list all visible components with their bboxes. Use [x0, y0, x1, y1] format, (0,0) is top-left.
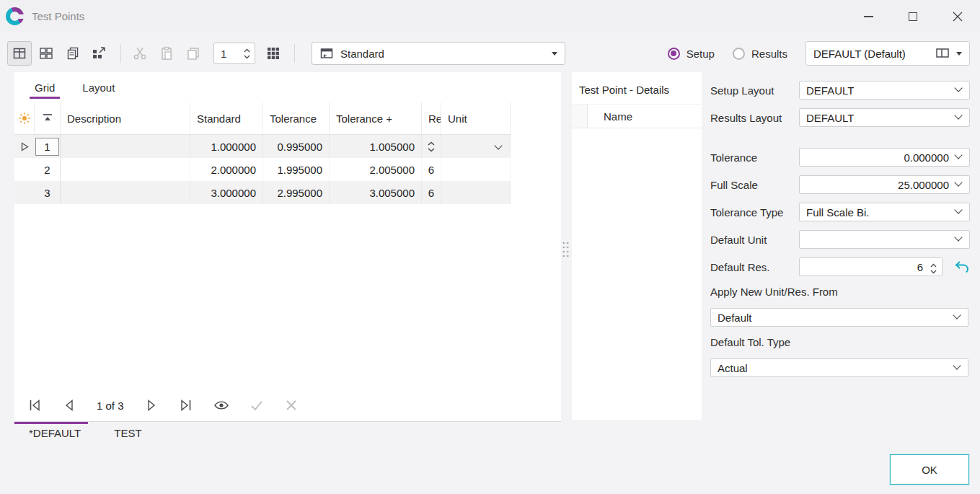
split-view-icon: [39, 46, 53, 61]
first-record-button[interactable]: [27, 398, 42, 413]
cut-button[interactable]: [128, 41, 152, 66]
chevron-down-icon: [953, 361, 961, 369]
cell-tolerance-plus[interactable]: 1.005000: [330, 135, 422, 158]
toolbar-separator: [294, 44, 295, 63]
cell-res[interactable]: 6: [422, 158, 441, 181]
grid-view-button[interactable]: [7, 41, 32, 66]
accept-button[interactable]: [250, 398, 264, 413]
tab-grid[interactable]: Grid: [32, 77, 57, 98]
cancel-button[interactable]: [284, 398, 299, 413]
cell-tolerance-minus[interactable]: 0.995000: [263, 135, 330, 158]
copy-icon: [186, 46, 200, 61]
insert-grid-icon: [266, 46, 281, 61]
setup-radio[interactable]: Setup: [668, 48, 715, 60]
window-controls: [846, 0, 980, 32]
column-header-unit[interactable]: Unit: [441, 102, 511, 134]
spinner-stepper[interactable]: [244, 48, 255, 59]
app-logo-icon: [6, 7, 24, 25]
setup-layout-select[interactable]: DEFAULT: [799, 81, 970, 100]
split-view-button[interactable]: [34, 41, 58, 66]
chevron-down-icon: [494, 141, 502, 149]
column-header-active[interactable]: [14, 102, 35, 134]
copy-page-button[interactable]: [61, 41, 85, 66]
cell-unit[interactable]: [441, 181, 511, 204]
cell-tolerance-plus[interactable]: 3.005000: [330, 181, 422, 204]
cell-tolerance-minus[interactable]: 1.995000: [263, 158, 330, 181]
full-scale-select[interactable]: 25.000000: [799, 175, 970, 194]
tab-layout[interactable]: Layout: [80, 77, 117, 98]
tolerance-type-select[interactable]: Full Scale Bi.: [799, 203, 970, 221]
column-header-description[interactable]: Description: [61, 102, 190, 134]
spinner-up-icon: [428, 141, 435, 146]
sheet-tab-default[interactable]: *DEFAULT: [29, 427, 81, 439]
layout-selector[interactable]: DEFAULT (Default): [805, 41, 970, 66]
results-layout-select[interactable]: DEFAULT: [799, 108, 970, 127]
table-row[interactable]: 3 3.000000 2.995000 3.005000 6: [14, 181, 511, 204]
last-record-button[interactable]: [179, 398, 193, 413]
view-mode-select[interactable]: Standard: [312, 42, 565, 65]
chevron-down-icon: [954, 84, 962, 92]
record-navigator: 1 of 3: [14, 389, 299, 421]
panel-splitter-handle[interactable]: [562, 241, 570, 258]
layout-selector-value: DEFAULT (Default): [813, 48, 929, 60]
apply-from-label: Apply New Unit/Res. From: [710, 286, 838, 298]
tolerance-label: Tolerance: [710, 151, 799, 164]
cell-description[interactable]: [61, 158, 190, 181]
record-position: 1 of 3: [97, 400, 124, 412]
chevron-down-icon: [956, 52, 962, 56]
row-number-cell[interactable]: 3: [35, 181, 61, 204]
cell-unit[interactable]: [441, 158, 511, 181]
row-number-cell[interactable]: 2: [35, 158, 61, 181]
cell-res[interactable]: 6: [422, 181, 441, 204]
chevron-down-icon: [954, 178, 962, 186]
cell-description[interactable]: [61, 135, 190, 158]
row-number-cell[interactable]: 1: [35, 135, 61, 158]
insert-grid-button[interactable]: [261, 41, 286, 66]
cell-standard[interactable]: 1.000000: [190, 135, 263, 158]
column-header-tolerance-minus[interactable]: Tolerance: [263, 102, 330, 134]
minimize-button[interactable]: [846, 0, 891, 32]
grid-header-row: Description Standard Tolerance Tolerance…: [14, 102, 511, 135]
preview-button[interactable]: [213, 398, 229, 413]
chevron-down-icon: [552, 52, 557, 56]
default-tol-type-select[interactable]: Actual: [710, 358, 968, 377]
undo-icon: [954, 260, 970, 274]
cell-tolerance-plus[interactable]: 2.005000: [330, 158, 422, 181]
ok-button[interactable]: OK: [890, 454, 969, 485]
grid-arrow-icon: [92, 46, 107, 61]
reset-res-button[interactable]: [954, 260, 970, 274]
cell-description[interactable]: [61, 181, 190, 204]
spinner-up-icon: [930, 263, 937, 268]
cell-tolerance-minus[interactable]: 2.995000: [263, 181, 330, 204]
column-header-res[interactable]: Re: [422, 102, 441, 134]
results-radio-label: Results: [751, 48, 787, 60]
column-header-sort[interactable]: [35, 102, 61, 134]
close-button[interactable]: [935, 0, 980, 32]
column-header-standard[interactable]: Standard: [190, 102, 263, 134]
sun-icon: [18, 112, 31, 125]
table-row[interactable]: 1 1.000000 0.995000 1.005000: [14, 135, 511, 158]
setup-radio-label: Setup: [687, 48, 715, 60]
row-count-spinner[interactable]: 1: [213, 43, 255, 64]
previous-record-button[interactable]: [62, 398, 76, 413]
export-grid-button[interactable]: [87, 41, 112, 66]
maximize-button[interactable]: [891, 0, 935, 32]
results-radio[interactable]: Results: [733, 48, 787, 60]
cut-icon: [133, 46, 147, 61]
paste-button[interactable]: [154, 41, 179, 66]
cell-standard[interactable]: 3.000000: [190, 181, 263, 204]
default-unit-select[interactable]: [799, 230, 970, 249]
column-header-tolerance-plus[interactable]: Tolerance +: [330, 102, 422, 134]
apply-from-select[interactable]: Default: [710, 308, 968, 327]
sheet-tab-test[interactable]: TEST: [114, 427, 141, 439]
cell-unit-dropdown[interactable]: [441, 135, 511, 158]
cell-standard[interactable]: 2.000000: [190, 158, 263, 181]
next-record-button[interactable]: [144, 398, 159, 413]
cell-res-spinner[interactable]: [422, 135, 441, 158]
row-number: 2: [36, 162, 58, 178]
table-row[interactable]: 2 2.000000 1.995000 2.005000 6: [14, 158, 511, 181]
default-res-spinner[interactable]: 6: [799, 257, 943, 276]
tolerance-select[interactable]: 0.000000: [799, 148, 970, 167]
copy-button[interactable]: [181, 41, 206, 66]
window-title: Test Points: [32, 10, 84, 22]
